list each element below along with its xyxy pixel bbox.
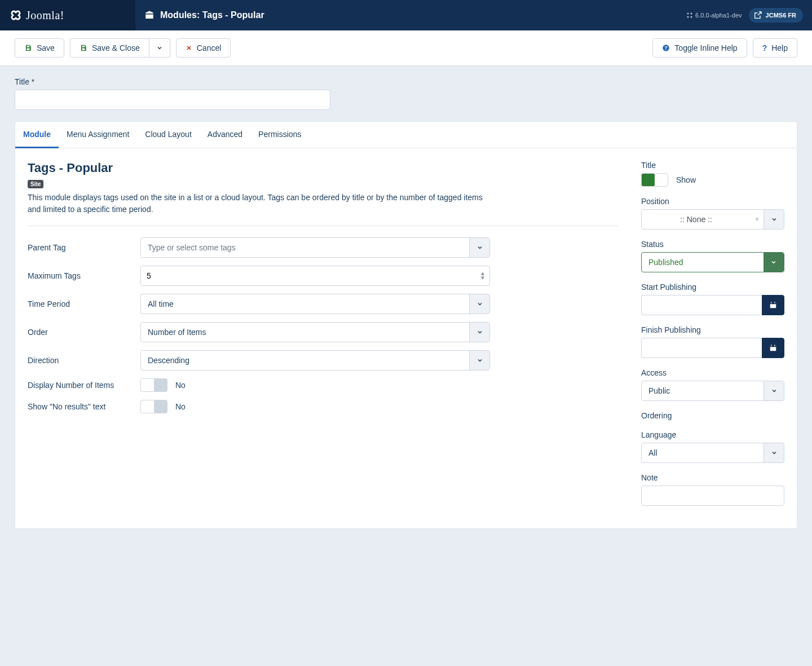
language-label: Language: [641, 430, 784, 439]
side-column: Title Show Position :: None :: × Sta: [641, 161, 784, 516]
number-spinner-icon[interactable]: ▲▼: [480, 271, 487, 280]
brand[interactable]: Joomla!: [0, 0, 135, 30]
tab-cloud-layout[interactable]: Cloud Layout: [137, 122, 200, 148]
order-select[interactable]: Number of Items: [140, 322, 490, 342]
save-close-group: Save & Close: [70, 38, 170, 58]
chevron-down-icon: [469, 351, 489, 370]
clear-icon[interactable]: ×: [751, 215, 764, 223]
chevron-down-icon: [764, 253, 784, 272]
toggle-help-label: Toggle Inline Help: [674, 43, 737, 52]
svg-point-0: [687, 13, 689, 15]
svg-text:?: ?: [665, 46, 668, 51]
svg-point-1: [691, 13, 692, 15]
brand-name: Joomla!: [26, 9, 64, 22]
page-title: Modules: Tags - Popular: [135, 10, 686, 20]
note-input[interactable]: [641, 486, 784, 506]
module-icon: [144, 10, 155, 20]
tab-advanced[interactable]: Advanced: [200, 122, 250, 148]
display-num-value: No: [175, 381, 186, 390]
user-menu[interactable]: JCMS6 FR: [749, 8, 803, 23]
main: Title Module Menu Assignment Cloud Layou…: [0, 66, 812, 552]
tab-permissions[interactable]: Permissions: [250, 122, 309, 148]
tab-menu-assignment[interactable]: Menu Assignment: [59, 122, 137, 148]
side-title-label: Title: [641, 161, 784, 170]
site-badge: Site: [28, 180, 43, 188]
question-icon: ?: [662, 44, 670, 52]
save-icon: [80, 44, 87, 52]
module-card: Module Menu Assignment Cloud Layout Adva…: [15, 121, 797, 529]
display-num-toggle[interactable]: [140, 378, 167, 392]
start-pub-input[interactable]: [641, 295, 762, 315]
toggle-inline-help-button[interactable]: ? Toggle Inline Help: [652, 38, 747, 58]
cancel-button[interactable]: Cancel: [176, 38, 231, 58]
toolbar: Save Save & Close Cancel ? Toggle Inline…: [0, 30, 812, 66]
tab-module[interactable]: Module: [15, 122, 59, 148]
topbar: Joomla! Modules: Tags - Popular 6.0.0-al…: [0, 0, 812, 30]
position-select[interactable]: :: None :: ×: [641, 209, 784, 230]
finish-pub-label: Finish Publishing: [641, 325, 784, 334]
time-period-label: Time Period: [28, 299, 140, 308]
svg-rect-12: [771, 345, 772, 346]
show-no-results-label: Show "No results" text: [28, 402, 140, 411]
max-tags-label: Maximum Tags: [28, 271, 140, 280]
status-select[interactable]: Published: [641, 252, 784, 272]
title-label: Title: [15, 77, 797, 86]
calendar-icon: [769, 301, 777, 309]
start-pub-label: Start Publishing: [641, 283, 784, 292]
svg-point-2: [687, 16, 689, 18]
external-link-icon: [753, 11, 762, 20]
svg-rect-9: [774, 302, 775, 303]
calendar-button[interactable]: [762, 338, 784, 358]
access-label: Access: [641, 368, 784, 377]
svg-rect-8: [771, 302, 772, 303]
save-close-label: Save & Close: [92, 43, 140, 52]
parent-tag-select[interactable]: Type or select some tags: [140, 237, 490, 258]
position-value: :: None ::: [642, 215, 751, 224]
language-value: All: [642, 448, 764, 457]
save-close-button[interactable]: Save & Close: [70, 38, 149, 58]
time-period-select[interactable]: All time: [140, 294, 490, 314]
svg-point-3: [691, 16, 692, 18]
joomla-small-icon: [686, 12, 693, 19]
direction-select[interactable]: Descending: [140, 350, 490, 371]
calendar-button[interactable]: [762, 295, 784, 315]
svg-rect-11: [770, 346, 776, 347]
max-tags-input[interactable]: [140, 266, 490, 286]
side-title-toggle[interactable]: [641, 173, 668, 187]
chevron-down-icon: [156, 45, 163, 51]
help-label: Help: [771, 43, 788, 52]
module-description: This module displays tags used on the si…: [28, 192, 490, 215]
save-label: Save: [37, 43, 55, 52]
cancel-label: Cancel: [197, 43, 222, 52]
calendar-icon: [769, 344, 777, 352]
title-input[interactable]: [15, 90, 330, 110]
access-select[interactable]: Public: [641, 381, 784, 401]
order-value: Number of Items: [141, 328, 469, 337]
display-num-label: Display Number of Items: [28, 381, 140, 390]
time-period-value: All time: [141, 299, 469, 308]
save-dropdown-button[interactable]: [149, 38, 170, 58]
finish-pub-input[interactable]: [641, 338, 762, 358]
parent-tag-placeholder: Type or select some tags: [141, 243, 469, 252]
save-button[interactable]: Save: [15, 38, 64, 58]
question-icon: ?: [762, 43, 767, 52]
show-no-results-value: No: [175, 402, 186, 411]
user-name: JCMS6 FR: [766, 12, 796, 19]
chevron-down-icon: [469, 294, 489, 314]
chevron-down-icon: [764, 210, 784, 229]
save-icon: [24, 44, 32, 52]
version-badge[interactable]: 6.0.0-alpha1-dev: [686, 12, 742, 19]
direction-value: Descending: [141, 356, 469, 365]
chevron-down-icon: [764, 381, 784, 400]
language-select[interactable]: All: [641, 443, 784, 463]
svg-rect-13: [774, 345, 775, 346]
order-label: Order: [28, 328, 140, 337]
joomla-icon: [9, 8, 23, 22]
position-label: Position: [641, 197, 784, 206]
show-no-results-toggle[interactable]: [140, 400, 167, 413]
page-title-text: Modules: Tags - Popular: [160, 10, 264, 20]
chevron-down-icon: [469, 238, 489, 257]
help-button[interactable]: ? Help: [753, 38, 797, 58]
main-column: Tags - Popular Site This module displays…: [28, 161, 619, 516]
chevron-down-icon: [764, 443, 784, 462]
